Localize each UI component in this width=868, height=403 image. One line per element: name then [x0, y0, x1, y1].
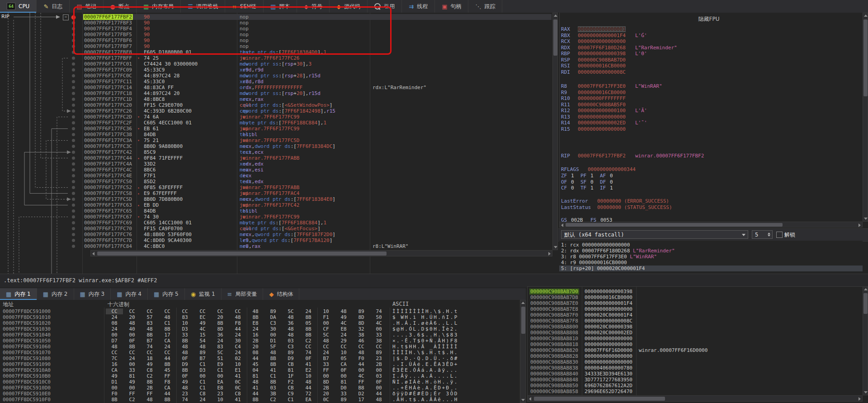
disasm-row[interactable]: 00007FF6F177FC58▴E9 67FEFFFFjmp winrar.7… [0, 190, 552, 196]
scroll-thumb[interactable] [534, 397, 665, 401]
disasm-row[interactable]: 00007FF6F177FC1844:897C24 20mov dword pt… [0, 90, 552, 96]
stack-row[interactable]: 000000C908BAB8300000000000000000 [528, 359, 863, 365]
disasm-row[interactable]: 00007FF6F177FC20FF15 C29E0700call qword … [0, 102, 552, 108]
stack-row[interactable]: 000000C908BAB8380000040600000780 [528, 365, 863, 371]
scroll-up-arrow-icon[interactable] [864, 14, 868, 17]
dump-row[interactable]: 00007FF8DC5910F08BC2488B742410418BC2C1EA… [0, 397, 526, 403]
dump-row[interactable]: 00007FF8DC591060488B7424484883C4205FC3CC… [0, 344, 526, 350]
disasm-row[interactable]: 00007FF6F177FC4EF7F1div ecx [0, 173, 552, 179]
scroll-left-arrow-icon[interactable] [529, 397, 531, 401]
disasm-row[interactable]: 00007FF6F177FBF790nop [0, 43, 552, 49]
scroll-down-arrow-icon[interactable] [864, 218, 868, 220]
row-dot[interactable] [72, 198, 75, 201]
stack-row[interactable]: 000000C908BAB8280000000000000000 [528, 353, 863, 359]
arguments-pane[interactable]: 1: rcx 00000000000000002: rdx 00007FF6F1… [559, 241, 863, 273]
hide-fpu-button[interactable]: 隐藏FPU [560, 15, 858, 23]
stack-hscrollbar[interactable] [527, 395, 863, 402]
tab-局部变量[interactable]: ≡局部变量 [222, 288, 264, 300]
tab-源代码[interactable]: ◆源代码 [330, 0, 368, 13]
tab-内存 2[interactable]: ▦内存 2 [37, 288, 74, 300]
tab-CPU[interactable]: 64CPU [0, 0, 37, 13]
argument-row[interactable]: 1: rcx 0000000000000000 [559, 242, 863, 248]
memory-dump-pane[interactable]: 地址 十六进制 ASCII 00007FF8DC591000CCCCCCCCCC… [0, 300, 526, 403]
tab-跟踪[interactable]: ⋱跟踪 [468, 0, 502, 13]
row-dot[interactable] [72, 115, 75, 119]
row-dot[interactable] [72, 121, 75, 124]
dump-row[interactable]: 00007FF8DC5910E0F0FFFF4423C823C8443BC972… [0, 391, 526, 397]
dump-row[interactable]: 00007FF8DC5910B04981C2FF0F00004181C11F10… [0, 373, 526, 379]
stack-row[interactable]: 000000C908BAB7D80000000016CB0000 [528, 294, 863, 300]
stack-row[interactable]: 000000C908BAB850696D762867612A2D [528, 383, 863, 389]
disasm-row[interactable]: 00007FF6F177FC1D48:8BC8mov rcx,rax [0, 96, 552, 102]
disasm-row[interactable]: 00007FF6F177FBF390nop [0, 20, 552, 26]
dump-row[interactable]: 00007FF8DC5910302440488BD34C8D442430488B… [0, 326, 526, 332]
row-dot[interactable] [72, 51, 75, 54]
disasm-row[interactable]: 00007FF6F177FC67▾74 30je winrar.7FF6F177… [0, 214, 552, 220]
disasm-row[interactable]: 00007FF6F177FC4C8BC6mov eax,esi [0, 167, 552, 173]
dump-row[interactable]: 00007FF8DC5910807C2418440FB75102448BD90F… [0, 356, 526, 361]
row-dot[interactable] [72, 227, 75, 230]
disasm-row[interactable]: 00007FF6F177FBF690nop [0, 38, 552, 43]
calling-convention-select[interactable]: 默认 (x64 fastcall) [561, 230, 748, 239]
row-dot[interactable] [72, 233, 75, 236]
stack-row[interactable]: 000000C908BAB7F00000020C000001F4 [528, 312, 863, 318]
stack-row[interactable]: 000000C908BAB8100000000000000000 [528, 336, 863, 341]
disasm-row[interactable]: 00007FF6F177FC6584DBtest bl,bl [0, 208, 552, 214]
row-dot[interactable] [72, 62, 75, 66]
stack-row[interactable]: 000000C908BAB7E000000000000001F4 [528, 300, 863, 306]
disasm-row[interactable]: 00007FF6F177FC844C:8BC0mov r8,raxr8:L"Wi… [0, 243, 552, 249]
row-dot[interactable] [72, 192, 75, 195]
disasm-row[interactable]: 00007FF6F177FC7648:8B0D 53F60F00mov rcx,… [0, 232, 552, 237]
row-dot[interactable] [72, 68, 75, 71]
row-dot[interactable] [72, 133, 75, 136]
registers-vscrollbar[interactable] [863, 13, 868, 222]
row-dot[interactable] [72, 80, 75, 83]
tab-内存 1[interactable]: ▦内存 1 [0, 288, 37, 300]
dump-row[interactable]: 00007FF8DC591050D70FB7CA8B5424302BD103C2… [0, 338, 526, 344]
scroll-right-arrow-icon[interactable] [859, 223, 861, 227]
row-dot[interactable] [72, 186, 75, 189]
disasm-row[interactable]: 00007FF6F177FC69C605 14CC1000 01mov byte… [0, 220, 552, 226]
disasm-row[interactable]: 00007FF6F177FBF290nop [0, 14, 552, 20]
disasm-row[interactable]: 00007FF6F177FBF8F605 D1880B00 01test byt… [0, 49, 552, 55]
stack-pane[interactable]: 000000C908BAB7D00000000000000398000000C9… [527, 286, 863, 396]
disasm-row[interactable]: 00007FF6F177FC4A33D2xor edx,edx [0, 161, 552, 167]
disasm-row[interactable]: 00007FF6F177FC1448:83CA FFor rdx,FFFFFFF… [0, 85, 552, 90]
row-dot[interactable] [72, 204, 75, 207]
dump-row[interactable]: 00007FF8DC591000CCCCCCCCCCCCCCCC48895C24… [0, 308, 526, 314]
disasm-vscrollbar[interactable] [552, 13, 558, 250]
row-dot[interactable] [72, 74, 75, 77]
disasm-row[interactable]: 00007FF6F177FC4285C9test ecx,ecx [0, 149, 552, 155]
stack-row[interactable]: 000000C908BAB8080000020C000002ED [528, 330, 863, 336]
row-dot[interactable] [72, 180, 75, 183]
disasm-row[interactable]: 00007FF6F177FBFF▾74 25je winrar.7FF6F177… [0, 55, 552, 61]
stack-row[interactable]: 000000C908BAB8180000000000000000 [528, 341, 863, 347]
scroll-thumb[interactable] [863, 293, 868, 314]
stack-row[interactable]: 000000C908BAB85829696E652D726470 [528, 389, 863, 394]
tab-引用[interactable]: 引用 [368, 0, 402, 13]
row-dot[interactable] [72, 33, 75, 36]
row-dot[interactable] [72, 109, 75, 113]
row-dot[interactable] [72, 221, 75, 224]
disasm-hscrollbar[interactable] [90, 250, 552, 256]
disasm-row[interactable]: 00007FF6F177FC5085D2test edx,edx [0, 179, 552, 185]
row-dot[interactable] [72, 162, 75, 166]
disasm-row[interactable]: 00007FF6F177FC7D4C:8D0D 9CA40300lea r9,q… [0, 237, 552, 243]
fold-box-icon[interactable]: − [63, 14, 69, 20]
row-dot[interactable] [72, 86, 75, 89]
breakpoint-dot[interactable] [71, 15, 76, 20]
tab-脚本[interactable]: ▥脚本 [264, 0, 297, 13]
tab-监视 1[interactable]: ◉监视 1 [185, 288, 222, 300]
scroll-thumb[interactable] [521, 307, 525, 334]
dump-row[interactable]: 00007FF8DC5910C0D1498BF849C1EA0C488BF248… [0, 379, 526, 385]
disasm-row[interactable]: 00007FF6F177FC01C74424 30 03000000mov dw… [0, 61, 552, 67]
stack-row[interactable]: 000000C908BAB7D00000000000000398 [528, 289, 863, 294]
disasm-row[interactable]: 00007FF6F177FC3884DBtest bl,bl [0, 132, 552, 137]
scroll-right-arrow-icon[interactable] [548, 252, 551, 256]
tab-调用堆栈[interactable]: ☰调用堆栈 [181, 0, 225, 13]
row-dot[interactable] [72, 215, 75, 218]
tab-断点[interactable]: ●断点 [104, 0, 137, 13]
tab-线程[interactable]: ⇉线程 [402, 0, 435, 13]
scroll-thumb[interactable] [566, 223, 783, 227]
scroll-down-arrow-icon[interactable] [864, 391, 868, 394]
